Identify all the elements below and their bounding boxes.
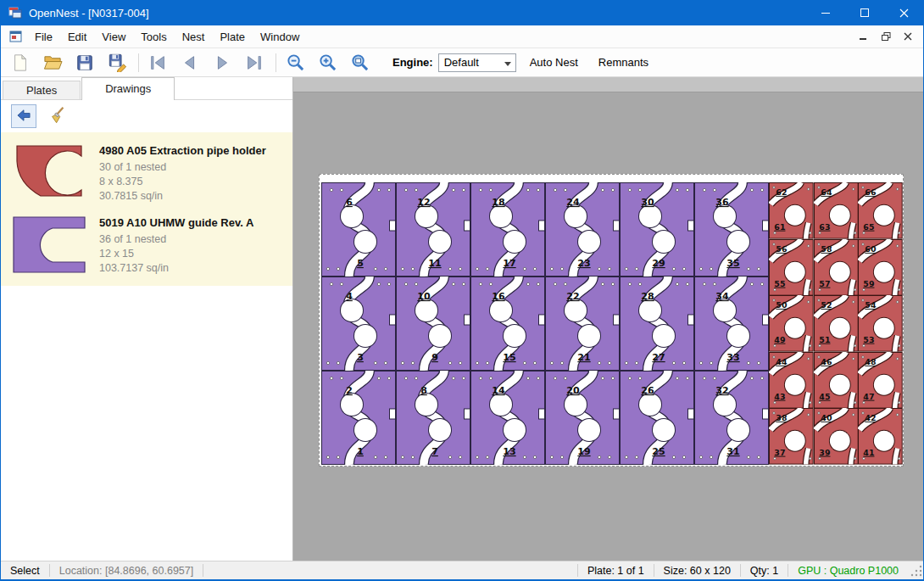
nested-pair-purple[interactable]: 1211 <box>396 182 470 277</box>
svg-text:47: 47 <box>864 391 875 400</box>
nested-pair-red[interactable]: 6463 <box>814 182 859 239</box>
plate[interactable]: 65 1211 1817 2423 3029 <box>319 174 904 466</box>
svg-text:11: 11 <box>428 258 441 269</box>
nest-canvas[interactable]: 65 1211 1817 2423 3029 <box>293 77 923 561</box>
zoom-out-button[interactable] <box>282 51 308 75</box>
svg-text:49: 49 <box>774 335 785 344</box>
nested-pair-red[interactable]: 5857 <box>814 239 859 296</box>
svg-text:5: 5 <box>357 258 364 269</box>
svg-text:55: 55 <box>774 278 785 288</box>
svg-text:4: 4 <box>346 291 353 302</box>
nested-pair-purple[interactable]: 1413 <box>470 371 545 465</box>
nested-pair-purple[interactable]: 2827 <box>620 277 694 371</box>
svg-text:59: 59 <box>864 278 875 288</box>
drawing-item[interactable]: 4980 A05 Extraction pipe holder 30 of 1 … <box>1 135 292 207</box>
resize-grip-icon[interactable] <box>910 563 923 578</box>
nested-pair-red[interactable]: 4443 <box>769 352 814 409</box>
svg-text:27: 27 <box>652 352 665 363</box>
last-plate-button[interactable] <box>242 51 267 75</box>
svg-text:37: 37 <box>774 448 785 457</box>
tab-plates[interactable]: Plates <box>3 81 81 99</box>
engine-select[interactable]: Default <box>438 53 516 72</box>
open-button[interactable] <box>40 51 65 75</box>
nested-pair-purple[interactable]: 3635 <box>694 182 769 277</box>
nested-pair-red[interactable]: 4241 <box>858 408 903 465</box>
minimize-button[interactable] <box>806 0 845 25</box>
svg-text:64: 64 <box>821 187 832 197</box>
nested-pair-purple[interactable]: 109 <box>396 277 470 371</box>
nested-pair-red[interactable]: 6665 <box>858 182 903 239</box>
parts-panel: Plates Drawings <box>1 77 293 561</box>
nested-pair-purple[interactable]: 3029 <box>620 182 694 277</box>
nested-pair-red[interactable]: 5049 <box>769 295 814 352</box>
nested-pair-red[interactable]: 4039 <box>814 408 859 465</box>
nested-pair-purple[interactable]: 2019 <box>545 371 620 465</box>
menu-view[interactable]: View <box>94 25 133 47</box>
auto-nest-button[interactable]: Auto Nest <box>523 52 585 74</box>
nested-pair-red[interactable]: 5251 <box>814 295 859 352</box>
nested-pair-purple[interactable]: 65 <box>321 182 396 277</box>
nested-pair-purple[interactable]: 2221 <box>545 277 620 371</box>
save-as-button[interactable] <box>104 51 130 75</box>
mdi-close-icon[interactable] <box>898 28 918 45</box>
svg-text:41: 41 <box>864 448 875 457</box>
nested-pair-purple[interactable]: 87 <box>396 371 470 465</box>
nested-pair-purple[interactable]: 43 <box>321 277 396 371</box>
drawing-size: 12 x 15 <box>99 247 253 261</box>
svg-text:54: 54 <box>866 300 877 310</box>
menu-edit[interactable]: Edit <box>60 25 94 47</box>
return-part-button[interactable] <box>11 104 36 128</box>
svg-text:29: 29 <box>652 258 665 269</box>
mdi-minimize-icon[interactable] <box>854 28 874 45</box>
first-plate-button[interactable] <box>145 51 170 75</box>
nested-pair-red[interactable]: 6261 <box>769 182 814 239</box>
menu-tools[interactable]: Tools <box>133 25 174 47</box>
drawing-area: 103.7137 sq/in <box>99 261 253 276</box>
drawing-title: 5019 A10 UHMW guide Rev. A <box>99 216 253 229</box>
drawing-item[interactable]: 5019 A10 UHMW guide Rev. A 36 of 1 neste… <box>1 207 292 279</box>
new-button[interactable] <box>8 51 33 75</box>
menu-file[interactable]: File <box>27 25 60 47</box>
drawing-list: 4980 A05 Extraction pipe holder 30 of 1 … <box>1 132 292 286</box>
svg-text:18: 18 <box>492 197 504 208</box>
svg-text:58: 58 <box>821 244 832 254</box>
nested-pair-red[interactable]: 6059 <box>858 239 903 296</box>
nested-pair-purple[interactable]: 2423 <box>545 182 620 277</box>
close-button[interactable] <box>884 0 923 25</box>
nested-pair-purple[interactable]: 3231 <box>694 371 769 465</box>
svg-text:28: 28 <box>641 291 654 302</box>
zoom-fit-button[interactable] <box>347 51 372 75</box>
svg-text:15: 15 <box>503 352 515 363</box>
nested-pair-purple[interactable]: 1615 <box>470 277 545 371</box>
tab-drawings[interactable]: Drawings <box>81 77 175 100</box>
svg-text:2: 2 <box>346 385 353 396</box>
svg-text:44: 44 <box>776 357 788 366</box>
maximize-button[interactable] <box>845 0 884 25</box>
nested-pair-purple[interactable]: 21 <box>321 371 396 465</box>
nested-pair-purple[interactable]: 2625 <box>620 371 694 465</box>
status-gpu: GPU : Quadro P1000 <box>788 565 908 577</box>
menu-nest[interactable]: Nest <box>175 25 213 47</box>
svg-text:20: 20 <box>566 385 580 396</box>
mdi-restore-icon[interactable] <box>876 28 896 45</box>
nested-pair-red[interactable]: 3837 <box>769 408 814 465</box>
nested-pair-red[interactable]: 5453 <box>858 295 903 352</box>
nested-pair-purple[interactable]: 3433 <box>694 277 769 371</box>
part-thumbnail-red <box>8 139 91 204</box>
next-plate-button[interactable] <box>209 51 235 75</box>
remnants-button[interactable]: Remnants <box>592 52 655 74</box>
nested-pair-red[interactable]: 4847 <box>858 352 903 409</box>
menu-plate[interactable]: Plate <box>212 25 253 47</box>
previous-plate-button[interactable] <box>177 51 203 75</box>
svg-text:31: 31 <box>726 446 739 457</box>
menu-window[interactable]: Window <box>253 25 307 47</box>
svg-text:51: 51 <box>819 335 830 344</box>
svg-text:12: 12 <box>417 197 430 208</box>
nested-pair-red[interactable]: 4645 <box>814 352 859 409</box>
save-button[interactable] <box>72 51 97 75</box>
nested-pair-purple[interactable]: 1817 <box>470 182 545 277</box>
nested-pair-red[interactable]: 5655 <box>769 239 814 296</box>
clean-button[interactable] <box>45 104 70 128</box>
zoom-in-button[interactable] <box>314 51 340 75</box>
svg-text:46: 46 <box>821 357 832 366</box>
